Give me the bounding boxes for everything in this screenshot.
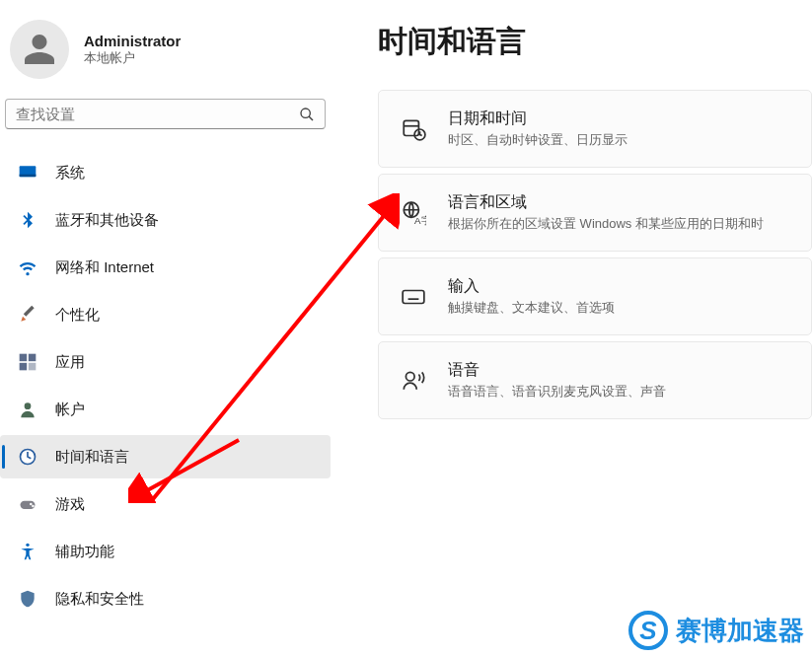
avatar (10, 20, 69, 79)
sidebar-item-label: 辅助功能 (55, 543, 114, 561)
svg-point-25 (406, 372, 414, 381)
svg-line-1 (309, 116, 313, 120)
watermark-logo: S (628, 611, 668, 650)
card-date-time[interactable]: 日期和时间 时区、自动时钟设置、日历显示 (378, 90, 812, 168)
card-language-region[interactable]: A字 语言和区域 根据你所在的区域设置 Windows 和某些应用的日期和时 (378, 174, 812, 252)
sidebar-item-system[interactable]: 系统 (0, 151, 331, 194)
sidebar-item-bluetooth[interactable]: 蓝牙和其他设备 (0, 198, 331, 242)
page-title: 时间和语言 (378, 22, 812, 62)
card-subtitle: 语音语言、语音识别麦克风设置、声音 (448, 383, 666, 401)
svg-text:A字: A字 (414, 214, 426, 225)
svg-rect-19 (403, 290, 424, 303)
user-subtitle: 本地帐户 (84, 49, 181, 67)
sidebar-item-label: 个性化 (55, 306, 100, 325)
card-title: 输入 (448, 276, 615, 297)
svg-rect-6 (20, 363, 28, 371)
shield-icon (18, 589, 37, 609)
card-speech[interactable]: 语音 语音语言、语音识别麦克风设置、声音 (378, 341, 812, 419)
sidebar-item-privacy[interactable]: 隐私和安全性 (0, 577, 331, 621)
person-icon (22, 32, 57, 67)
sidebar-item-label: 隐私和安全性 (55, 590, 144, 609)
keyboard-icon (401, 284, 426, 310)
card-subtitle: 根据你所在的区域设置 Windows 和某些应用的日期和时 (448, 215, 764, 233)
sidebar-item-label: 网络和 Internet (55, 258, 154, 277)
bluetooth-icon (18, 210, 37, 230)
watermark-text: 赛博加速器 (676, 614, 804, 648)
svg-rect-10 (21, 501, 36, 509)
sidebar-item-gaming[interactable]: 游戏 (0, 482, 331, 526)
card-title: 语言和区域 (448, 192, 764, 213)
sidebar-item-apps[interactable]: 应用 (0, 340, 331, 384)
svg-point-11 (30, 503, 33, 506)
apps-icon (18, 352, 37, 372)
svg-point-13 (26, 544, 29, 547)
sidebar-item-label: 游戏 (55, 495, 85, 514)
speech-icon (401, 368, 426, 394)
search-icon (299, 107, 315, 122)
user-name: Administrator (84, 33, 181, 49)
card-title: 语音 (448, 360, 666, 381)
sidebar: Administrator 本地帐户 系统 蓝牙和其他设备 (0, 0, 331, 658)
card-typing[interactable]: 输入 触摸键盘、文本建议、首选项 (378, 257, 812, 335)
calendar-clock-icon (401, 116, 426, 142)
sidebar-item-network[interactable]: 网络和 Internet (0, 246, 331, 289)
brush-icon (18, 305, 37, 325)
sidebar-item-label: 帐户 (55, 401, 85, 419)
sidebar-item-label: 系统 (55, 164, 85, 183)
person-icon (18, 400, 37, 419)
user-block[interactable]: Administrator 本地帐户 (0, 20, 331, 99)
gamepad-icon (18, 494, 37, 514)
search-input[interactable] (5, 99, 326, 129)
sidebar-item-accessibility[interactable]: 辅助功能 (0, 530, 331, 573)
card-title: 日期和时间 (448, 109, 627, 129)
sidebar-item-time-language[interactable]: 时间和语言 (0, 435, 331, 478)
search-field[interactable] (16, 106, 299, 122)
sidebar-item-label: 蓝牙和其他设备 (55, 211, 159, 230)
svg-point-0 (301, 109, 310, 117)
sidebar-item-label: 时间和语言 (55, 448, 129, 467)
sidebar-item-personalization[interactable]: 个性化 (0, 293, 331, 336)
svg-rect-4 (20, 354, 28, 362)
svg-rect-5 (29, 354, 37, 362)
sidebar-item-label: 应用 (55, 353, 85, 372)
clock-globe-icon (18, 447, 37, 467)
nav: 系统 蓝牙和其他设备 网络和 Internet 个性化 应用 帐户 (0, 149, 331, 622)
svg-rect-14 (404, 120, 418, 135)
svg-rect-7 (29, 363, 37, 371)
svg-rect-3 (20, 175, 37, 178)
wifi-icon (18, 257, 37, 277)
main-content: 时间和语言 日期和时间 时区、自动时钟设置、日历显示 A字 语言和区域 根据你所… (331, 0, 812, 658)
accessibility-icon (18, 542, 37, 561)
sidebar-item-accounts[interactable]: 帐户 (0, 388, 331, 431)
watermark: S 赛博加速器 (628, 611, 804, 650)
svg-point-12 (32, 505, 34, 507)
card-subtitle: 触摸键盘、文本建议、首选项 (448, 299, 615, 317)
globe-language-icon: A字 (401, 200, 426, 226)
card-subtitle: 时区、自动时钟设置、日历显示 (448, 131, 627, 149)
svg-point-8 (25, 402, 32, 409)
display-icon (18, 163, 37, 183)
